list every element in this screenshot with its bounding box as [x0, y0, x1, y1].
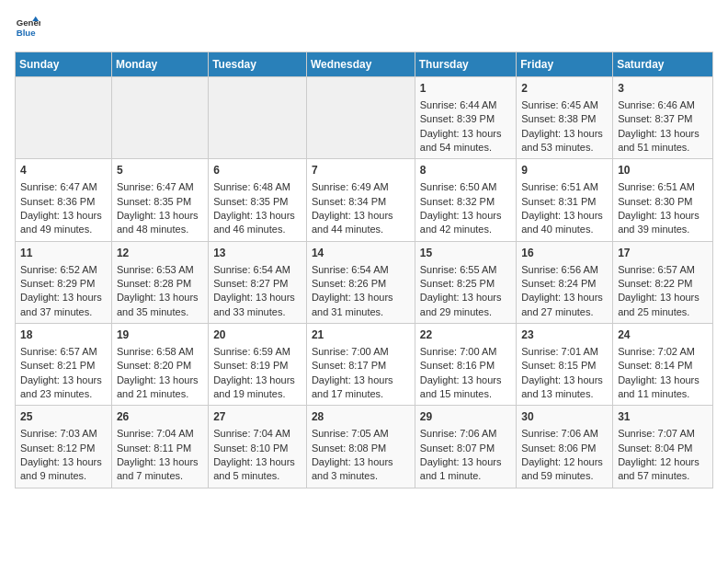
calendar-cell: 22Sunrise: 7:00 AMSunset: 8:16 PMDayligh… — [415, 324, 516, 406]
sunrise-text: Sunrise: 7:06 AM — [521, 427, 608, 441]
calendar-cell: 21Sunrise: 7:00 AMSunset: 8:17 PMDayligh… — [306, 324, 415, 406]
sunrise-text: Sunrise: 7:05 AM — [312, 427, 410, 441]
calendar-cell: 8Sunrise: 6:50 AMSunset: 8:32 PMDaylight… — [415, 159, 516, 241]
daylight-text: Daylight: 13 hours and 46 minutes. — [213, 209, 301, 237]
daylight-text: Daylight: 13 hours and 27 minutes. — [521, 291, 608, 319]
day-number: 11 — [20, 246, 107, 261]
week-row-5: 25Sunrise: 7:03 AMSunset: 8:12 PMDayligh… — [16, 406, 713, 488]
sunrise-text: Sunrise: 6:51 AM — [521, 180, 608, 194]
calendar-cell: 9Sunrise: 6:51 AMSunset: 8:31 PMDaylight… — [517, 159, 613, 241]
daylight-text: Daylight: 13 hours and 48 minutes. — [117, 209, 203, 237]
day-number: 22 — [420, 327, 511, 343]
calendar-cell: 12Sunrise: 6:53 AMSunset: 8:28 PMDayligh… — [111, 241, 208, 323]
sunset-text: Sunset: 8:10 PM — [213, 442, 301, 455]
calendar-cell: 3Sunrise: 6:46 AMSunset: 8:37 PMDaylight… — [613, 77, 713, 159]
sunset-text: Sunset: 8:08 PM — [312, 442, 410, 455]
calendar-cell: 11Sunrise: 6:52 AMSunset: 8:29 PMDayligh… — [16, 241, 112, 323]
daylight-text: Daylight: 13 hours and 49 minutes. — [20, 209, 107, 237]
sunrise-text: Sunrise: 6:44 AM — [420, 98, 511, 112]
sunrise-text: Sunrise: 6:47 AM — [20, 180, 107, 194]
sunset-text: Sunset: 8:16 PM — [420, 359, 511, 373]
sunset-text: Sunset: 8:28 PM — [117, 277, 203, 291]
calendar-cell — [306, 77, 415, 159]
sunset-text: Sunset: 8:20 PM — [117, 359, 203, 373]
sunset-text: Sunset: 8:27 PM — [213, 277, 301, 291]
day-number: 6 — [213, 163, 301, 178]
calendar-cell — [16, 77, 112, 159]
sunset-text: Sunset: 8:34 PM — [312, 195, 410, 209]
calendar-cell: 17Sunrise: 6:57 AMSunset: 8:22 PMDayligh… — [613, 241, 713, 323]
sunset-text: Sunset: 8:12 PM — [20, 442, 107, 455]
week-row-2: 4Sunrise: 6:47 AMSunset: 8:36 PMDaylight… — [16, 159, 713, 241]
day-number: 13 — [213, 246, 301, 261]
daylight-text: Daylight: 13 hours and 5 minutes. — [213, 455, 301, 484]
sunrise-text: Sunrise: 6:49 AM — [312, 180, 410, 194]
calendar-cell: 1Sunrise: 6:44 AMSunset: 8:39 PMDaylight… — [415, 77, 516, 159]
calendar-cell: 5Sunrise: 6:47 AMSunset: 8:35 PMDaylight… — [111, 159, 208, 241]
calendar-cell: 31Sunrise: 7:07 AMSunset: 8:04 PMDayligh… — [613, 406, 713, 488]
sunrise-text: Sunrise: 6:45 AM — [521, 98, 608, 112]
week-row-1: 1Sunrise: 6:44 AMSunset: 8:39 PMDaylight… — [16, 77, 713, 159]
day-number: 24 — [618, 327, 708, 343]
logo-icon: General Blue — [15, 15, 40, 40]
daylight-text: Daylight: 13 hours and 40 minutes. — [521, 209, 608, 237]
day-number: 10 — [618, 163, 708, 178]
calendar-cell: 20Sunrise: 6:59 AMSunset: 8:19 PMDayligh… — [209, 324, 307, 406]
daylight-text: Daylight: 13 hours and 1 minute. — [420, 455, 511, 484]
column-header-sunday: Sunday — [16, 52, 112, 77]
calendar-cell: 29Sunrise: 7:06 AMSunset: 8:07 PMDayligh… — [415, 406, 516, 488]
sunset-text: Sunset: 8:06 PM — [521, 442, 608, 455]
calendar-cell: 30Sunrise: 7:06 AMSunset: 8:06 PMDayligh… — [517, 406, 613, 488]
day-number: 9 — [521, 163, 608, 178]
day-number: 5 — [117, 163, 203, 178]
day-number: 29 — [420, 409, 511, 425]
daylight-text: Daylight: 13 hours and 19 minutes. — [213, 373, 301, 402]
day-number: 31 — [618, 409, 708, 425]
day-number: 19 — [117, 327, 203, 343]
daylight-text: Daylight: 13 hours and 37 minutes. — [20, 291, 107, 319]
sunrise-text: Sunrise: 7:06 AM — [420, 427, 511, 441]
day-number: 12 — [117, 246, 203, 261]
sunrise-text: Sunrise: 6:56 AM — [521, 263, 608, 277]
sunrise-text: Sunrise: 7:00 AM — [420, 345, 511, 359]
daylight-text: Daylight: 12 hours and 57 minutes. — [618, 455, 708, 484]
calendar-cell: 28Sunrise: 7:05 AMSunset: 8:08 PMDayligh… — [306, 406, 415, 488]
day-number: 20 — [213, 327, 301, 343]
sunrise-text: Sunrise: 7:02 AM — [618, 345, 708, 359]
sunrise-text: Sunrise: 7:04 AM — [213, 427, 301, 441]
calendar-cell: 24Sunrise: 7:02 AMSunset: 8:14 PMDayligh… — [613, 324, 713, 406]
calendar-cell: 19Sunrise: 6:58 AMSunset: 8:20 PMDayligh… — [111, 324, 208, 406]
calendar-table: SundayMondayTuesdayWednesdayThursdayFrid… — [15, 52, 713, 488]
daylight-text: Daylight: 13 hours and 15 minutes. — [420, 373, 511, 402]
sunrise-text: Sunrise: 6:57 AM — [20, 345, 107, 359]
column-header-wednesday: Wednesday — [306, 52, 415, 77]
sunrise-text: Sunrise: 6:53 AM — [117, 263, 203, 277]
day-number: 21 — [312, 327, 410, 343]
day-number: 27 — [213, 409, 301, 425]
week-row-3: 11Sunrise: 6:52 AMSunset: 8:29 PMDayligh… — [16, 241, 713, 323]
page-header: General Blue — [15, 15, 713, 40]
sunset-text: Sunset: 8:17 PM — [312, 359, 410, 373]
day-number: 3 — [618, 81, 708, 97]
column-header-saturday: Saturday — [613, 52, 713, 77]
calendar-cell: 7Sunrise: 6:49 AMSunset: 8:34 PMDaylight… — [306, 159, 415, 241]
column-header-thursday: Thursday — [415, 52, 516, 77]
day-number: 1 — [420, 81, 511, 97]
sunrise-text: Sunrise: 6:57 AM — [618, 263, 708, 277]
daylight-text: Daylight: 13 hours and 17 minutes. — [312, 373, 410, 402]
day-number: 28 — [312, 409, 410, 425]
daylight-text: Daylight: 13 hours and 31 minutes. — [312, 291, 410, 319]
logo: General Blue — [15, 15, 40, 40]
sunset-text: Sunset: 8:21 PM — [20, 359, 107, 373]
day-number: 17 — [618, 246, 708, 261]
sunset-text: Sunset: 8:15 PM — [521, 359, 608, 373]
daylight-text: Daylight: 13 hours and 11 minutes. — [618, 373, 708, 402]
daylight-text: Daylight: 13 hours and 29 minutes. — [420, 291, 511, 319]
sunset-text: Sunset: 8:39 PM — [420, 112, 511, 126]
sunrise-text: Sunrise: 6:46 AM — [618, 98, 708, 112]
sunset-text: Sunset: 8:26 PM — [312, 277, 410, 291]
sunset-text: Sunset: 8:32 PM — [420, 195, 511, 209]
sunset-text: Sunset: 8:24 PM — [521, 277, 608, 291]
calendar-cell: 26Sunrise: 7:04 AMSunset: 8:11 PMDayligh… — [111, 406, 208, 488]
daylight-text: Daylight: 13 hours and 21 minutes. — [117, 373, 203, 402]
